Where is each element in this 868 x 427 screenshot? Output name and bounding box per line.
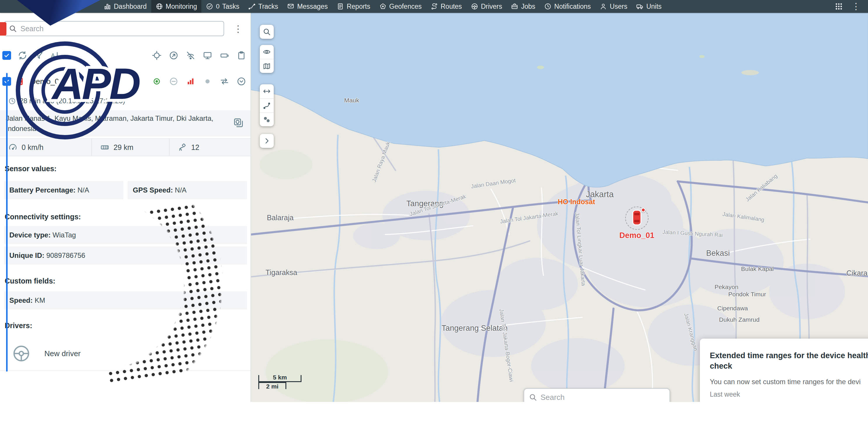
svg-text:A: A — [51, 52, 55, 59]
nav-item-messages[interactable]: Messages — [282, 0, 332, 13]
nav-label: Dashboard — [114, 3, 147, 10]
map-city-label: Cipendawa — [717, 305, 748, 312]
geofence-icon — [379, 3, 387, 10]
connectivity-rows: Device type: WiaTagUnique ID: 9089786756 — [4, 226, 247, 267]
search-icon — [263, 28, 271, 36]
speed-value: 0 km/h — [22, 143, 43, 152]
mileage-counter-icon — [100, 143, 110, 152]
nav-item-tasks[interactable]: 0Tasks — [202, 0, 244, 13]
sort-icon[interactable]: A — [50, 51, 60, 60]
battery-icon[interactable] — [219, 51, 229, 60]
filter-icon[interactable] — [34, 51, 44, 60]
monitoring-sidebar: ⋮ A Demo_01 28 min — [0, 13, 251, 402]
map-city-label: Balaraja — [267, 214, 293, 222]
chevron-right-icon — [263, 137, 271, 145]
connection-bars-icon[interactable] — [186, 76, 195, 86]
marker-label: Demo_01 — [619, 231, 654, 240]
chart-icon — [103, 3, 111, 10]
search-icon — [9, 25, 17, 33]
nav-label: Routes — [441, 3, 462, 10]
nav-badge: 0 — [216, 3, 219, 10]
monitor-icon[interactable] — [203, 51, 213, 60]
nav-item-dashboard[interactable]: Dashboard — [99, 0, 151, 13]
nav-item-tracks[interactable]: Tracks — [244, 0, 282, 13]
nav-item-drivers[interactable]: Drivers — [466, 0, 507, 13]
apps-grid-icon[interactable] — [835, 2, 843, 10]
routing-button[interactable] — [260, 98, 274, 112]
nav-label: Geofences — [389, 3, 422, 10]
map-city-label: Tigaraksa — [266, 268, 298, 277]
map-city-label: Pekayon — [714, 284, 738, 291]
map-city-label: Bulak Kapal — [741, 265, 774, 272]
nav-item-notifications[interactable]: Notifications — [540, 0, 595, 13]
visibility-button[interactable] — [260, 45, 274, 59]
toolbar-right — [152, 51, 251, 60]
map-city-label: Dukuh Zamrud — [719, 316, 760, 323]
map-road-label: Jalan Daan Mogot — [470, 177, 516, 190]
nav-label: Tasks — [222, 3, 239, 10]
connection-off-icon[interactable] — [186, 51, 195, 60]
nav-kebab-icon[interactable]: ⋮ — [851, 2, 860, 11]
expand-panel-button[interactable] — [260, 134, 274, 148]
markers-button[interactable] — [260, 112, 274, 126]
map-city-label: Bekasi — [706, 249, 730, 258]
user-icon — [599, 3, 607, 10]
sidebar-search[interactable] — [4, 21, 224, 36]
nav-label: Notifications — [554, 3, 591, 10]
report-icon — [337, 3, 344, 10]
toolbar-left: A — [0, 51, 60, 60]
map-search-button[interactable] — [260, 25, 274, 39]
sidebar-kebab-icon[interactable]: ⋮ — [234, 23, 243, 34]
drivers-title: Drivers: — [5, 321, 32, 330]
send-command-icon[interactable] — [169, 51, 179, 60]
nav-label: Users — [610, 3, 627, 10]
notification-card[interactable]: Extended time ranges for the device heal… — [700, 339, 868, 402]
clipboard-icon[interactable] — [237, 51, 246, 60]
map-city-label: Mauk — [344, 97, 359, 104]
scale-mi: 2 mi — [266, 383, 278, 390]
globe-icon — [156, 3, 163, 10]
custom-field-row: Speed: KM — [4, 291, 247, 309]
map-road-label: Jalan Tol Lingkar Luar Jakarta — [574, 212, 587, 286]
nav-item-routes[interactable]: Routes — [426, 0, 466, 13]
nav-item-reports[interactable]: Reports — [332, 0, 375, 13]
unit-car-icon — [16, 76, 26, 86]
map-view-group — [260, 45, 274, 73]
driver-row[interactable]: New driver — [0, 337, 251, 371]
nav-item-jobs[interactable]: Jobs — [506, 0, 540, 13]
map-tools-group — [260, 84, 274, 126]
address-block: Jalan Nanas 1, Kayu Manis, Matraman, Jak… — [0, 110, 251, 136]
briefcase-icon — [511, 3, 518, 10]
map-road-label: Jalan Tol Jakarta-Merak — [500, 210, 559, 225]
map-city-label: Pondok Timur — [728, 291, 766, 298]
speedometer-icon — [8, 143, 18, 152]
map-search-input[interactable] — [540, 393, 665, 402]
search-input[interactable] — [21, 25, 219, 33]
map-bottom-search[interactable] — [524, 388, 670, 402]
connectivity-row: Unique ID: 9089786756 — [4, 247, 247, 265]
motion-state-icon[interactable] — [203, 76, 213, 86]
copy-coordinates-icon[interactable] — [233, 117, 244, 128]
satellites-value: 12 — [191, 143, 199, 152]
nav-items: DashboardMonitoring0TasksTracksMessagesR… — [99, 0, 666, 13]
sync-icon[interactable] — [18, 51, 27, 60]
location-state-icon[interactable] — [152, 76, 162, 86]
nav-item-users[interactable]: Users — [595, 0, 631, 13]
select-all-checkbox[interactable] — [2, 51, 11, 60]
unit-row[interactable]: Demo_01 — [0, 72, 251, 91]
collapse-unit-icon[interactable] — [237, 76, 246, 86]
data-state-icon[interactable] — [169, 76, 179, 86]
map-road-label: Jalan Kaliabang — [744, 173, 779, 203]
nav-item-monitoring[interactable]: Monitoring — [151, 0, 202, 13]
map-road-label: Jalan Raya Mauk — [371, 140, 392, 183]
layers-button[interactable] — [260, 59, 274, 73]
nav-item-units[interactable]: Units — [631, 0, 666, 13]
nav-item-geofences[interactable]: Geofences — [375, 0, 426, 13]
truck-icon — [636, 3, 644, 10]
locate-icon[interactable] — [152, 51, 162, 60]
last-message-row: 28 min ago (20.10.2025 17:12:25) — [8, 97, 125, 105]
driver-name: New driver — [44, 349, 81, 358]
swap-arrows-icon[interactable] — [219, 76, 229, 86]
map-canvas[interactable]: MaukTangerangBalarajaTigaraksaTangerang … — [251, 13, 868, 402]
measure-button[interactable] — [260, 84, 274, 98]
